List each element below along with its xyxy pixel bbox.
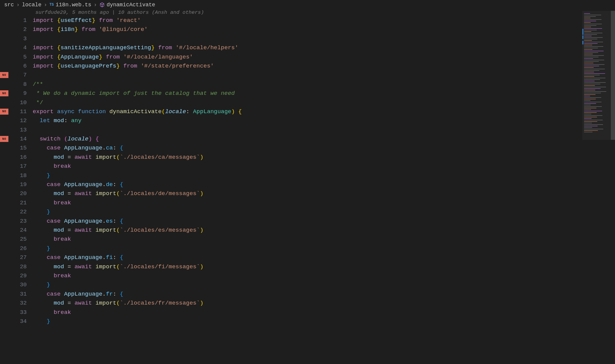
code-line[interactable]: 18 } [0,171,615,180]
line-number[interactable]: 15 [15,143,33,152]
code-line[interactable]: 31 case AppLanguage.fr: { [0,290,615,299]
line-number[interactable]: 9 [15,89,33,98]
line-number[interactable]: 7 [15,71,33,80]
code-line[interactable]: NO11export async function dynamicActivat… [0,107,615,116]
code-line[interactable]: 1import {useEffect} from 'react' [0,16,615,25]
code-content[interactable]: break [33,271,71,280]
code-content[interactable]: switch (locale) { [33,134,99,143]
code-line[interactable]: 33 break [0,308,615,317]
code-line[interactable]: 19 case AppLanguage.de: { [0,180,615,189]
diagnostic-badge[interactable]: NO [0,90,8,96]
code-content[interactable]: case AppLanguage.fi: { [33,253,123,262]
line-number[interactable]: 11 [15,107,33,116]
code-line[interactable]: 24 mod = await import(`./locales/es/mess… [0,226,615,235]
code-content[interactable]: mod = await import(`./locales/de/message… [33,189,204,198]
code-line[interactable]: 32 mod = await import(`./locales/fr/mess… [0,299,615,308]
code-content[interactable]: } [33,207,50,216]
line-number[interactable]: 3 [15,34,33,43]
line-number[interactable]: 31 [15,290,33,299]
line-number[interactable]: 2 [15,25,33,34]
code-content[interactable]: import {useEffect} from 'react' [33,16,141,25]
code-line[interactable]: 22 } [0,207,615,216]
breadcrumb-file[interactable]: TS i18n.web.ts [50,2,91,8]
code-line[interactable]: 15 case AppLanguage.ca: { [0,143,615,152]
code-editor[interactable]: src › locale › TS i18n.web.ts › dynamicA… [0,0,615,364]
line-number[interactable]: 16 [15,153,33,162]
code-content[interactable]: let mod: any [33,116,81,125]
breadcrumb-symbol[interactable]: dynamicActivate [99,2,155,8]
code-content[interactable]: case AppLanguage.fr: { [33,290,123,299]
code-line[interactable]: 28 mod = await import(`./locales/fi/mess… [0,262,615,271]
line-number[interactable]: 29 [15,271,33,280]
line-number[interactable]: 10 [15,98,33,107]
line-number[interactable]: 27 [15,253,33,262]
breadcrumb-folder[interactable]: src [4,2,14,8]
minimap[interactable] [582,11,615,364]
code-line[interactable]: 4import {sanitizeAppLanguageSetting} fro… [0,43,615,52]
breadcrumb-folder[interactable]: locale [22,2,41,8]
code-line[interactable]: 30 } [0,280,615,289]
code-line[interactable]: 27 case AppLanguage.fi: { [0,253,615,262]
code-line[interactable]: 3 [0,34,615,43]
code-content[interactable]: mod = await import(`./locales/ca/message… [33,153,204,162]
code-line[interactable]: 8/** [0,80,615,89]
code-content[interactable]: break [33,198,71,207]
code-content[interactable]: import {sanitizeAppLanguageSetting} from… [33,43,238,52]
code-line[interactable]: 23 case AppLanguage.es: { [0,217,615,226]
code-content[interactable]: export async function dynamicActivate(lo… [33,107,242,116]
code-content[interactable]: break [33,308,71,317]
minimap-scrollbar[interactable] [611,11,615,140]
code-line[interactable]: 16 mod = await import(`./locales/ca/mess… [0,153,615,162]
code-content[interactable]: } [33,171,50,180]
line-number[interactable]: 14 [15,134,33,143]
code-line[interactable]: 17 break [0,162,615,171]
line-number[interactable]: 6 [15,62,33,71]
code-content[interactable]: } [33,317,50,326]
code-content[interactable]: break [33,162,71,171]
line-number[interactable]: 23 [15,217,33,226]
code-line[interactable]: NO7 [0,71,615,80]
code-line[interactable]: 26 } [0,244,615,253]
line-number[interactable]: 30 [15,280,33,289]
line-number[interactable]: 25 [15,235,33,244]
code-lines[interactable]: 1import {useEffect} from 'react'2import … [0,16,615,326]
code-content[interactable]: case AppLanguage.es: { [33,217,123,226]
code-line[interactable]: 25 break [0,235,615,244]
code-content[interactable]: * We do a dynamic import of just the cat… [33,89,235,98]
line-number[interactable]: 5 [15,53,33,62]
code-content[interactable]: } [33,244,50,253]
line-number[interactable]: 12 [15,116,33,125]
code-line[interactable]: 20 mod = await import(`./locales/de/mess… [0,189,615,198]
line-number[interactable]: 17 [15,162,33,171]
line-number[interactable]: 26 [15,244,33,253]
code-line[interactable]: 5import {AppLanguage} from '#/locale/lan… [0,53,615,62]
code-content[interactable]: import {AppLanguage} from '#/locale/lang… [33,53,193,62]
diagnostic-badge[interactable]: NO [0,136,8,142]
code-content[interactable]: mod = await import(`./locales/es/message… [33,226,204,235]
line-number[interactable]: 19 [15,180,33,189]
code-content[interactable]: case AppLanguage.ca: { [33,143,123,152]
code-content[interactable]: import {useLanguagePrefs} from '#/state/… [33,62,214,71]
code-line[interactable]: 29 break [0,271,615,280]
line-number[interactable]: 21 [15,198,33,207]
code-content[interactable]: mod = await import(`./locales/fi/message… [33,262,204,271]
code-line[interactable]: NO9 * We do a dynamic import of just the… [0,89,615,98]
line-number[interactable]: 22 [15,207,33,216]
line-number[interactable]: 18 [15,171,33,180]
code-content[interactable]: case AppLanguage.de: { [33,180,123,189]
line-number[interactable]: 8 [15,80,33,89]
code-content[interactable]: mod = await import(`./locales/fr/message… [33,299,204,308]
code-line[interactable]: 2import {i18n} from '@lingui/core' [0,25,615,34]
code-line[interactable]: 10 */ [0,98,615,107]
code-content[interactable]: /** [33,80,43,89]
diagnostic-badge[interactable]: NO [0,109,8,115]
line-number[interactable]: 32 [15,299,33,308]
line-number[interactable]: 13 [15,125,33,134]
code-content[interactable]: import {i18n} from '@lingui/core' [33,25,148,34]
diagnostic-badge[interactable]: NO [0,72,8,78]
line-number[interactable]: 24 [15,226,33,235]
code-line[interactable]: 6import {useLanguagePrefs} from '#/state… [0,62,615,71]
code-line[interactable]: 21 break [0,198,615,207]
code-line[interactable]: 34 } [0,317,615,326]
code-line[interactable]: 12 let mod: any [0,116,615,125]
